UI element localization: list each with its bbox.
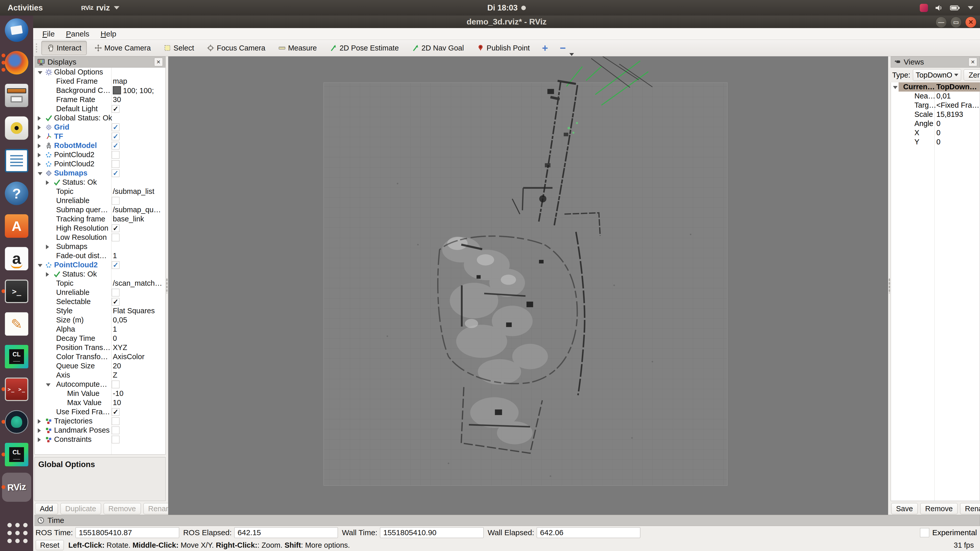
menu-panels[interactable]: Panels: [60, 30, 95, 38]
close-icon[interactable]: ✕: [154, 58, 163, 66]
3d-viewport[interactable]: [168, 56, 888, 515]
property-value[interactable]: XYZ: [113, 343, 127, 352]
display-property-row[interactable]: Queue Size20: [35, 362, 165, 371]
ros-elapsed-input[interactable]: 642.15: [234, 527, 338, 538]
property-value[interactable]: 0: [936, 138, 940, 146]
views-panel-header[interactable]: Views ✕: [891, 56, 980, 68]
expander-closed-icon[interactable]: [38, 144, 41, 148]
display-property-row[interactable]: Topic/submap_list: [35, 187, 165, 196]
property-value[interactable]: TopDown…: [936, 83, 977, 91]
display-property-row[interactable]: Status: Ok: [35, 178, 165, 187]
expander-closed-icon[interactable]: [38, 135, 41, 139]
ros-time-input[interactable]: 1551805410.87: [76, 527, 179, 538]
display-property-row[interactable]: AxisZ: [35, 371, 165, 380]
display-property-row[interactable]: Selectable✓: [35, 297, 165, 306]
display-property-row[interactable]: Unreliable: [35, 196, 165, 205]
display-property-row[interactable]: Status: Ok: [35, 270, 165, 279]
checkbox-checked[interactable]: ✓: [112, 224, 119, 232]
property-value[interactable]: 10: [113, 399, 121, 407]
view-current-row[interactable]: Curren…TopDown…: [891, 83, 980, 92]
checkbox-unchecked[interactable]: [112, 160, 119, 168]
dock-item-thunderbird[interactable]: [5, 18, 28, 42]
property-value[interactable]: AxisColor: [113, 353, 145, 361]
property-value[interactable]: 1: [113, 325, 117, 333]
dock-item-rhythmbox[interactable]: [5, 116, 28, 140]
display-property-row[interactable]: Background C…100; 100;: [35, 86, 165, 95]
property-value[interactable]: 0: [936, 129, 940, 137]
display-property-row[interactable]: Grid✓: [35, 123, 165, 132]
display-property-row[interactable]: Max Value10: [35, 398, 165, 407]
activities-button[interactable]: Activities: [8, 3, 43, 13]
checkbox-checked[interactable]: ✓: [112, 133, 119, 140]
property-value[interactable]: base_link: [113, 215, 144, 223]
dock-item-software[interactable]: A: [5, 214, 28, 238]
property-value[interactable]: map: [113, 77, 127, 86]
display-property-row[interactable]: Size (m)0,05: [35, 316, 165, 325]
dock-item-firefox[interactable]: [5, 51, 28, 75]
dock-item-notes[interactable]: ✎: [5, 312, 28, 336]
displays-panel-header[interactable]: Displays ✕: [35, 56, 165, 68]
display-property-row[interactable]: Fixed Framemap: [35, 77, 165, 86]
dock-item-help[interactable]: ?: [5, 182, 28, 205]
property-value[interactable]: 30: [113, 95, 121, 104]
tool-select[interactable]: Select: [159, 41, 199, 55]
minimize-button[interactable]: —: [935, 17, 947, 28]
expander-open-icon[interactable]: [38, 264, 42, 267]
close-icon[interactable]: ✕: [969, 58, 977, 66]
wall-elapsed-input[interactable]: 642.06: [537, 527, 640, 538]
checkbox-checked[interactable]: ✓: [112, 105, 119, 113]
system-indicators[interactable]: [920, 3, 974, 12]
property-value[interactable]: 0: [936, 119, 940, 128]
checkbox-unchecked[interactable]: [112, 233, 119, 241]
property-value[interactable]: <Fixed Fra…: [936, 101, 979, 110]
tool-2d-pose-estimate[interactable]: 2D Pose Estimate: [325, 41, 404, 55]
duplicate-button[interactable]: Duplicate: [60, 503, 101, 514]
display-property-row[interactable]: StyleFlat Squares: [35, 306, 165, 316]
display-property-row[interactable]: High Resolution✓: [35, 224, 165, 233]
splitter-left[interactable]: [165, 56, 168, 515]
rename-view-button[interactable]: Rename: [960, 503, 980, 514]
title-bar[interactable]: demo_3d.rviz* - RViz — ▭ ✕: [33, 16, 980, 28]
tool-publish-point[interactable]: Publish Point: [472, 41, 535, 55]
dock-item-files[interactable]: [5, 84, 28, 107]
display-property-row[interactable]: Color Transfo…AxisColor: [35, 352, 165, 362]
display-property-row[interactable]: Fade-out dist…1: [35, 251, 165, 260]
checkbox-unchecked[interactable]: [112, 289, 119, 297]
display-property-row[interactable]: Low Resolution: [35, 233, 165, 242]
view-property-row[interactable]: X0: [891, 128, 980, 138]
property-value[interactable]: /submap_qu…: [113, 206, 161, 214]
view-property-row[interactable]: Angle0: [891, 119, 980, 128]
dock-item-appgrid[interactable]: [5, 520, 28, 544]
expander-closed-icon[interactable]: [38, 125, 41, 130]
expander-closed-icon[interactable]: [38, 437, 41, 442]
display-property-row[interactable]: Global Status: Ok: [35, 114, 165, 123]
display-property-row[interactable]: Position Trans…XYZ: [35, 343, 165, 352]
experimental-checkbox[interactable]: [920, 528, 929, 537]
dock-item-terminator[interactable]: >_ >_: [5, 378, 28, 401]
menu-file[interactable]: File: [37, 30, 60, 38]
expander-closed-icon[interactable]: [38, 428, 41, 433]
tool-focus-camera[interactable]: Focus Camera: [202, 41, 270, 55]
checkbox-checked[interactable]: ✓: [112, 169, 119, 177]
property-value[interactable]: 0: [113, 334, 117, 343]
checkbox-unchecked[interactable]: [112, 381, 119, 388]
wall-time-input[interactable]: 1551805410.90: [380, 527, 484, 538]
time-panel-header[interactable]: Time: [35, 515, 980, 526]
display-property-row[interactable]: Trajectories: [35, 416, 165, 426]
close-button[interactable]: ✕: [965, 17, 977, 28]
display-property-row[interactable]: Autocompute…: [35, 380, 165, 389]
add-button[interactable]: Add: [35, 503, 58, 514]
zero-button[interactable]: Zero: [964, 69, 980, 81]
property-value[interactable]: 100; 100;: [113, 86, 154, 95]
dock-item-amazon[interactable]: a: [5, 247, 28, 270]
expander-open-icon[interactable]: [46, 383, 51, 386]
display-property-row[interactable]: Use Fixed Fra…✓: [35, 407, 165, 416]
checkbox-checked[interactable]: ✓: [112, 142, 119, 149]
property-value[interactable]: 0,05: [113, 316, 127, 324]
expander-closed-icon[interactable]: [38, 162, 41, 167]
tool-interact[interactable]: Interact: [41, 41, 87, 55]
property-value[interactable]: 1: [113, 251, 117, 260]
dock-item-terminal[interactable]: >_: [5, 279, 28, 303]
view-property-row[interactable]: Scale15,8193: [891, 110, 980, 119]
checkbox-checked[interactable]: ✓: [112, 124, 119, 131]
